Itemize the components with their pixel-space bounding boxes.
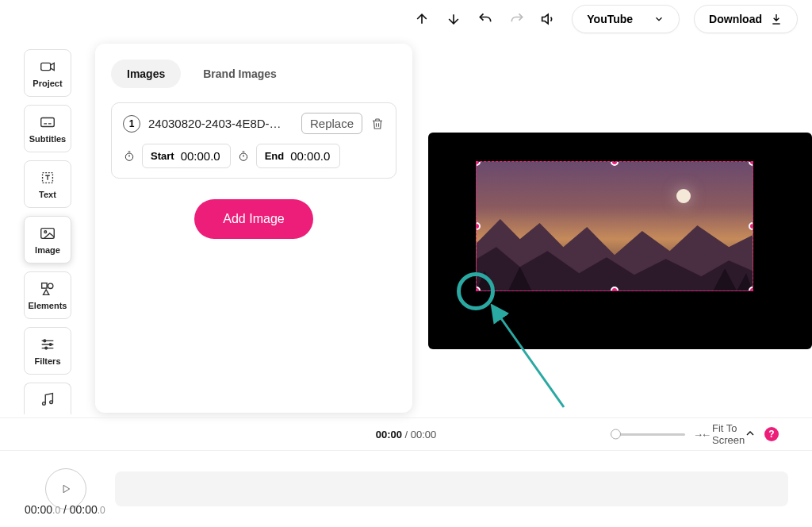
delete-icon[interactable]: [370, 116, 385, 132]
svg-rect-1: [41, 118, 55, 127]
sidebar: Project Subtitles Text Image Elements Fi…: [24, 49, 71, 414]
sidebar-item-label: Text: [39, 190, 56, 199]
resize-handle-ne[interactable]: [749, 161, 753, 166]
preview-canvas[interactable]: ↻: [428, 133, 812, 349]
start-time-field[interactable]: Start: [142, 144, 231, 168]
image-filename: 24030820-2403-4E8D-…: [148, 117, 293, 130]
zoom-slider[interactable]: [611, 433, 685, 436]
resize-handle-n[interactable]: [611, 161, 619, 166]
end-time-input[interactable]: [290, 149, 331, 163]
svg-point-6: [48, 283, 52, 288]
svg-point-10: [43, 402, 46, 405]
sidebar-item-elements[interactable]: Elements: [24, 271, 71, 319]
mountain-graphic: [477, 211, 753, 290]
move-up-icon[interactable]: [413, 10, 431, 28]
undo-icon[interactable]: [477, 10, 494, 28]
svg-rect-3: [41, 229, 55, 239]
sidebar-item-filters[interactable]: Filters: [24, 327, 71, 375]
svg-rect-5: [42, 283, 47, 288]
resize-handle-e[interactable]: [749, 222, 753, 230]
timeline-time-readout: 00:00.0 / 00:00.0: [25, 503, 105, 516]
chevron-down-icon: [653, 13, 665, 25]
fit-to-screen-button[interactable]: →← Fit To Screen: [693, 422, 736, 446]
tab-images[interactable]: Images: [111, 60, 181, 88]
svg-point-4: [44, 231, 47, 233]
end-time-field[interactable]: End: [256, 144, 341, 168]
preset-label: YouTube: [587, 13, 633, 25]
start-label: Start: [151, 150, 174, 162]
sidebar-item-image[interactable]: Image: [24, 216, 71, 264]
stopwatch-icon: [237, 150, 250, 163]
svg-point-8: [49, 344, 52, 346]
play-icon: [60, 483, 71, 495]
redo-icon: [508, 10, 526, 28]
timeline: [0, 451, 812, 527]
start-time-input[interactable]: [181, 149, 222, 163]
download-label: Download: [709, 13, 762, 25]
resize-handle-se[interactable]: [749, 287, 753, 291]
timeline-track[interactable]: [115, 471, 788, 506]
end-label: End: [265, 150, 285, 162]
image-item-card: 1 24030820-2403-4E8D-… Replace Start End: [111, 102, 396, 179]
item-index: 1: [123, 115, 140, 133]
replace-button[interactable]: Replace: [301, 113, 362, 134]
resize-handle-nw[interactable]: [476, 161, 481, 166]
move-down-icon[interactable]: [445, 10, 462, 28]
sidebar-item-label: Image: [35, 245, 60, 255]
add-image-button[interactable]: Add Image: [194, 199, 312, 239]
selected-image[interactable]: ↻: [476, 161, 753, 291]
filters-icon: [39, 336, 56, 353]
playhead-time: 00:00 / 00:00: [376, 429, 437, 440]
svg-point-11: [50, 400, 53, 403]
text-icon: [39, 169, 56, 187]
sidebar-item-audio[interactable]: [24, 383, 71, 414]
subtitles-icon: [39, 113, 56, 131]
svg-point-9: [45, 347, 48, 349]
sidebar-item-label: Filters: [34, 356, 60, 366]
sidebar-item-text[interactable]: Text: [24, 160, 71, 208]
image-panel: Images Brand Images 1 24030820-2403-4E8D…: [95, 44, 412, 413]
resize-handle-s[interactable]: [611, 287, 619, 291]
download-icon: [770, 13, 783, 25]
stopwatch-icon: [123, 150, 136, 163]
elements-icon: [39, 280, 56, 298]
preset-dropdown[interactable]: YouTube: [572, 5, 680, 33]
timeline-header: 00:00 / 00:00 →← Fit To Screen ?: [0, 417, 812, 451]
collapse-icon[interactable]: [744, 427, 756, 442]
svg-rect-0: [41, 63, 51, 70]
sidebar-item-label: Project: [33, 79, 62, 88]
svg-point-7: [44, 340, 46, 342]
sidebar-item-label: Subtitles: [29, 134, 66, 144]
volume-icon[interactable]: [540, 10, 557, 28]
music-icon: [39, 390, 56, 408]
sidebar-item-subtitles[interactable]: Subtitles: [24, 105, 71, 152]
sidebar-item-project[interactable]: Project: [24, 49, 71, 97]
download-button[interactable]: Download: [694, 5, 798, 33]
sidebar-item-label: Elements: [29, 301, 67, 310]
camera-icon: [39, 58, 56, 75]
help-button[interactable]: ?: [764, 427, 779, 441]
tab-brand-images[interactable]: Brand Images: [187, 60, 293, 88]
image-icon: [39, 225, 56, 242]
moon-graphic: [676, 189, 691, 203]
